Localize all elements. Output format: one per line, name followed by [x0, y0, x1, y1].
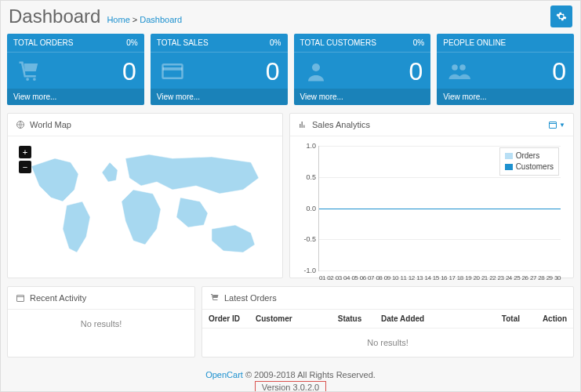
world-map-panel: World Map + − — [7, 113, 283, 278]
chart-legend: Orders Customers — [499, 147, 559, 176]
svg-rect-0 — [162, 64, 182, 78]
footer: OpenCart © 2009-2018 All Rights Reserved… — [7, 365, 574, 392]
page-title: Dashboard — [9, 5, 100, 27]
calendar-icon — [548, 120, 557, 129]
cart-icon — [15, 60, 43, 83]
tile-link[interactable]: View more... — [294, 89, 431, 105]
svg-point-2 — [312, 64, 320, 71]
footer-brand-link[interactable]: OpenCart — [205, 370, 243, 379]
dashboard-page: Dashboard Home > Dashboard TOTAL ORDERS0… — [0, 0, 581, 392]
recent-activity-panel: Recent Activity No results! — [7, 286, 195, 358]
tile-link[interactable]: View more... — [437, 89, 574, 105]
world-map[interactable] — [16, 143, 274, 268]
page-header: Dashboard Home > Dashboard — [1, 1, 580, 34]
sales-chart: 1.0 0.5 0.0 -0.5 -1.0 Orders — [318, 146, 561, 271]
tile-link[interactable]: View more... — [151, 89, 288, 105]
tile-total-customers: TOTAL CUSTOMERS0% 0 View more... — [294, 34, 431, 105]
tile-people-online: PEOPLE ONLINE 0 View more... — [437, 34, 574, 105]
tile-value: 0 — [122, 59, 136, 84]
version-badge: Version 3.0.2.0 — [255, 381, 326, 392]
barchart-icon — [298, 120, 307, 129]
gear-icon — [556, 11, 567, 22]
user-icon — [302, 60, 330, 83]
svg-rect-7 — [17, 296, 24, 302]
cart-icon — [210, 293, 220, 303]
users-icon — [445, 60, 473, 83]
recent-empty: No results! — [8, 310, 194, 338]
svg-rect-6 — [550, 122, 557, 129]
chevron-down-icon: ▼ — [559, 122, 565, 129]
tile-value: 0 — [266, 59, 280, 84]
range-dropdown[interactable]: ▼ — [548, 120, 565, 129]
chart-y-axis: 1.0 0.5 0.0 -0.5 -1.0 — [300, 146, 318, 270]
svg-rect-1 — [162, 67, 182, 71]
tile-value: 0 — [552, 59, 566, 84]
chart-x-axis: 0102030405060708091011121314151617181920… — [319, 274, 561, 281]
orders-table-header: Order ID Customer Status Date Added Tota… — [202, 310, 573, 328]
breadcrumb-current[interactable]: Dashboard — [140, 15, 182, 24]
latest-orders-panel: Latest Orders Order ID Customer Status D… — [202, 286, 574, 358]
tile-value: 0 — [409, 59, 423, 84]
stat-tiles: TOTAL ORDERS0% 0 View more... TOTAL SALE… — [7, 34, 574, 105]
zoom-out-button[interactable]: − — [19, 161, 31, 173]
sales-analytics-panel: Sales Analytics ▼ 1.0 0.5 0.0 -0.5 — [289, 113, 574, 278]
breadcrumb: Home > Dashboard — [107, 15, 182, 24]
svg-point-4 — [460, 64, 467, 71]
orders-empty: No results! — [202, 328, 573, 357]
tile-total-sales: TOTAL SALES0% 0 View more... — [151, 34, 288, 105]
zoom-in-button[interactable]: + — [19, 146, 31, 158]
breadcrumb-home[interactable]: Home — [107, 15, 129, 24]
globe-icon — [16, 120, 25, 129]
chart-line-customers — [319, 209, 561, 209]
settings-button[interactable] — [550, 5, 572, 27]
creditcard-icon — [158, 60, 187, 83]
tile-total-orders: TOTAL ORDERS0% 0 View more... — [7, 34, 144, 105]
tile-link[interactable]: View more... — [7, 89, 144, 105]
svg-point-3 — [452, 64, 459, 71]
calendar-icon — [16, 293, 25, 303]
